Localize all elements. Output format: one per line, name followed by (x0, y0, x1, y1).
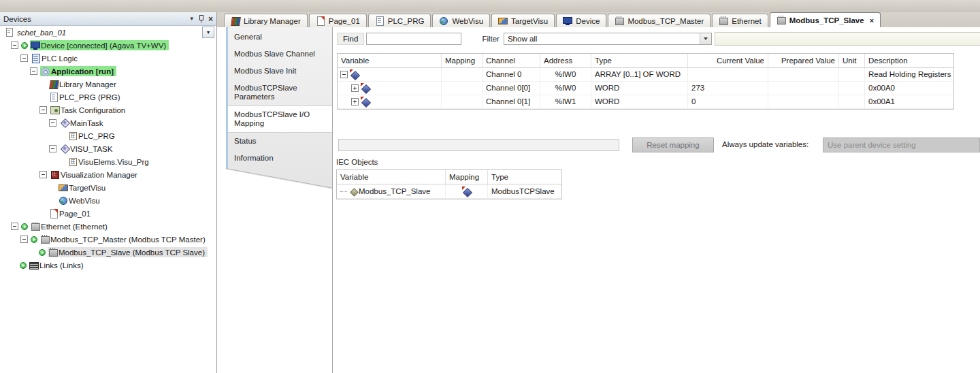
tree-item[interactable]: WebVisu (0, 194, 216, 207)
close-panel-icon[interactable]: × (208, 15, 213, 23)
column-header-unit[interactable]: Unit (839, 54, 865, 68)
tree-item[interactable]: PLC Logic (0, 52, 216, 65)
tree-item[interactable]: Page_01 (0, 207, 216, 220)
side-tab-general[interactable]: General (226, 29, 333, 46)
tree-item[interactable]: PLC_PRG (0, 129, 216, 142)
channel-cell[interactable]: Channel 0[0] (483, 82, 540, 95)
reset-mapping-button[interactable]: Reset mapping (632, 137, 714, 152)
tab-library-manager[interactable]: Library Manager (224, 14, 308, 27)
tree-item[interactable]: Modbus_TCP_Slave (Modbus TCP Slave) (0, 246, 216, 259)
find-input[interactable] (366, 33, 461, 45)
prepared-value-cell[interactable] (768, 95, 839, 109)
expander-minus-icon[interactable] (11, 223, 18, 230)
tree-item[interactable]: Modbus_TCP_Master (Modbus TCP Master) (0, 233, 216, 246)
iec-column-header-mapping[interactable]: Mapping (446, 170, 488, 184)
tree-item[interactable]: MainTask (0, 116, 216, 129)
expander-plus-icon[interactable] (351, 98, 359, 106)
column-header-current-value[interactable]: Current Value (688, 54, 768, 68)
side-tab-information[interactable]: Information (226, 150, 333, 167)
pin-icon[interactable] (198, 15, 203, 22)
unit-cell[interactable] (839, 95, 865, 109)
tree-item[interactable]: Device [connected] (Agava TV+WV) (0, 39, 216, 52)
tab-webvisu[interactable]: WebVisu (432, 14, 490, 27)
iec-column-header-variable[interactable]: Variable (337, 170, 446, 184)
tab-ethernet[interactable]: Ethernet (712, 14, 768, 27)
type-cell[interactable]: WORD (591, 82, 688, 95)
type-cell[interactable]: WORD (591, 95, 688, 109)
expander-plus-icon[interactable] (351, 84, 359, 92)
prepared-value-cell[interactable] (768, 82, 839, 95)
channel-cell[interactable]: Channel 0[1] (483, 95, 540, 109)
tab-plc-prg[interactable]: PLC_PRG (368, 14, 431, 27)
tab-page-01[interactable]: Page_01 (309, 14, 367, 27)
description-cell[interactable]: 0x00A1 (865, 95, 953, 109)
tab-modbus-tcp-master[interactable]: Modbus_TCP_Master (608, 14, 710, 27)
expander-minus-icon[interactable] (340, 71, 348, 78)
filter-combobox[interactable]: Show all (504, 33, 712, 45)
column-header-prepared-value[interactable]: Prepared Value (768, 54, 839, 68)
iec-column-header-type[interactable]: Type (488, 170, 561, 184)
column-header-address[interactable]: Address (540, 54, 591, 68)
description-cell[interactable]: Read Holding Registers (865, 68, 953, 82)
expander-minus-icon[interactable] (39, 106, 47, 114)
variable-cell[interactable] (338, 68, 442, 82)
prepared-value-cell[interactable] (768, 68, 839, 82)
address-cell[interactable]: %IW1 (540, 95, 591, 109)
side-tab-modbustcpslave-i-o-mapping[interactable]: ModbusTCPSlave I/O Mapping (228, 106, 333, 133)
column-header-variable[interactable]: Variable (338, 54, 442, 68)
address-cell[interactable]: %IW0 (540, 82, 591, 95)
expander-minus-icon[interactable] (11, 42, 18, 49)
current-value-cell[interactable] (688, 68, 768, 82)
always-update-combobox[interactable]: Use parent device setting (823, 137, 980, 152)
iec-variable-cell[interactable]: Modbus_TCP_Slave (337, 184, 446, 199)
variable-icon (360, 97, 370, 106)
current-value-cell[interactable]: 0 (688, 95, 768, 109)
tree-item[interactable]: VisuElems.Visu_Prg (0, 155, 216, 168)
tree-item[interactable]: VISU_TASK (0, 142, 216, 155)
expander-minus-icon[interactable] (49, 119, 56, 127)
tree-item[interactable]: Ethernet (Ethernet) (0, 220, 216, 233)
side-tab-modbus-slave-init[interactable]: Modbus Slave Init (226, 63, 333, 80)
tree-item[interactable]: Application [run] (0, 65, 216, 78)
expander-minus-icon[interactable] (20, 236, 28, 243)
column-header-description[interactable]: Description (865, 54, 953, 68)
tree-item[interactable]: Links (Links) (0, 259, 216, 272)
tree-item[interactable]: Visualization Manager (0, 168, 216, 181)
tree-item[interactable]: Task Configuration (0, 103, 216, 116)
project-dropdown-button[interactable]: ▾ (202, 27, 214, 38)
expander-minus-icon[interactable] (39, 171, 47, 178)
current-value-cell[interactable]: 273 (688, 82, 768, 95)
project-row[interactable]: schet_ban_01 ▾ (0, 26, 216, 39)
mapping-cell[interactable] (442, 82, 483, 95)
side-tab-status[interactable]: Status (226, 133, 333, 150)
column-header-mapping[interactable]: Mapping (442, 54, 483, 68)
tree-item[interactable]: Library Manager (0, 78, 216, 91)
unit-cell[interactable] (839, 68, 865, 82)
description-cell[interactable]: 0x00A0 (865, 82, 953, 95)
iec-mapping-cell[interactable] (446, 184, 488, 199)
tab-device[interactable]: Device (556, 14, 606, 27)
panel-menu-dropdown-icon[interactable]: ▾ (190, 16, 193, 22)
type-cell[interactable]: ARRAY [0..1] OF WORD (591, 68, 688, 82)
mapping-cell[interactable] (442, 95, 483, 109)
unit-cell[interactable] (839, 82, 865, 95)
side-tab-modbustcpslave-parameters[interactable]: ModbusTCPSlave Parameters (226, 80, 333, 106)
close-tab-icon[interactable]: × (870, 16, 874, 25)
filter-dropdown-button[interactable] (700, 33, 711, 44)
tab-modbus-tcp-slave[interactable]: Modbus_TCP_Slave× (770, 12, 881, 27)
side-tab-modbus-slave-channel[interactable]: Modbus Slave Channel (226, 46, 333, 63)
tree-item[interactable]: TargetVisu (0, 181, 216, 194)
expander-minus-icon[interactable] (30, 67, 37, 75)
expander-minus-icon[interactable] (49, 145, 56, 152)
address-cell[interactable]: %IW0 (540, 68, 591, 82)
column-header-type[interactable]: Type (591, 54, 688, 68)
mapping-cell[interactable] (442, 68, 483, 82)
tab-targetvisu[interactable]: TargetVisu (491, 14, 555, 27)
variable-cell[interactable] (338, 95, 442, 109)
variable-cell[interactable] (338, 82, 442, 95)
channel-cell[interactable]: Channel 0 (483, 68, 540, 82)
expander-minus-icon[interactable] (20, 54, 28, 62)
tree-item[interactable]: PLC_PRG (PRG) (0, 91, 216, 103)
iec-type-cell[interactable]: ModbusTCPSlave (488, 184, 561, 199)
column-header-channel[interactable]: Channel (483, 54, 540, 68)
